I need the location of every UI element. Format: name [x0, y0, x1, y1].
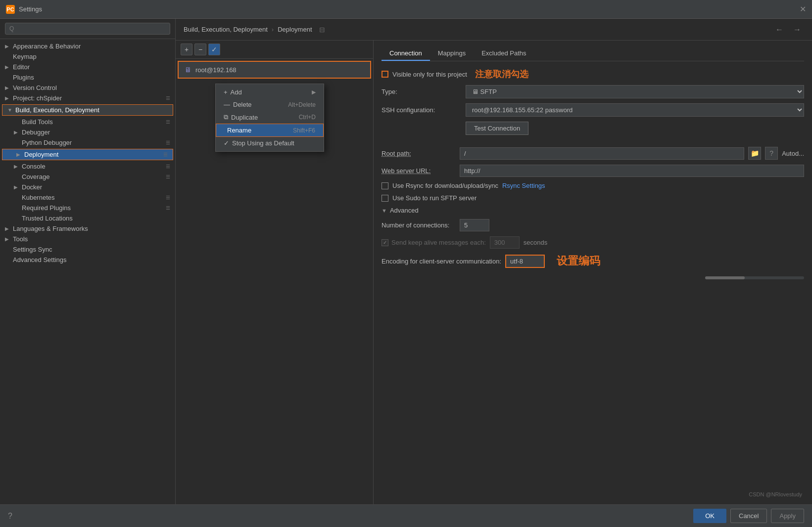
expand-arrow: ▶ [5, 64, 11, 70]
sidebar-item-trusted-locations[interactable]: Trusted Locations [0, 213, 175, 223]
main-content: ▶ Appearance & Behavior Keymap ▶ Editor … [0, 19, 812, 504]
expand-arrow: ▶ [14, 164, 20, 169]
shortcut-label: Ctrl+D [299, 114, 316, 121]
sidebar-item-deployment[interactable]: ▶ Deployment ☰ [2, 149, 173, 160]
expand-arrow: ▶ [5, 85, 11, 90]
sidebar-item-label: Debugger [22, 129, 170, 136]
submenu-arrow-icon: ▶ [312, 89, 316, 95]
sidebar-item-build-tools[interactable]: Build Tools ☰ [0, 117, 175, 127]
search-input[interactable] [5, 23, 170, 35]
sidebar-item-label: Trusted Locations [22, 215, 170, 222]
sidebar-item-required-plugins[interactable]: Required Plugins ☰ [0, 203, 175, 213]
browse-button[interactable]: 📁 [748, 147, 761, 160]
root-path-input[interactable] [460, 147, 744, 160]
sidebar-item-label: Build, Execution, Deployment [15, 106, 168, 114]
breadcrumb-separator: › [272, 26, 274, 33]
add-server-button[interactable]: + [181, 44, 192, 55]
scrollbar[interactable] [705, 276, 804, 279]
visible-checkbox[interactable] [382, 71, 388, 78]
breadcrumb-child: Deployment [278, 26, 312, 33]
web-url-label: Web server URL: [382, 167, 456, 175]
rsync-checkbox[interactable] [382, 182, 388, 189]
type-row: Type: 🖥 SFTP [382, 85, 804, 98]
test-connection-button[interactable]: Test Connection [466, 122, 528, 135]
menu-item-duplicate[interactable]: ⧉ Duplicate Ctrl+D [216, 111, 324, 124]
tab-mappings[interactable]: Mappings [430, 46, 474, 61]
sidebar-item-label: Settings Sync [13, 246, 170, 253]
sidebar-item-project[interactable]: ▶ Project: chSpider ☰ [0, 93, 175, 103]
menu-item-delete[interactable]: — Delete Alt+Delete [216, 98, 324, 111]
sidebar-item-version-control[interactable]: ▶ Version Control [0, 83, 175, 93]
sidebar-item-languages[interactable]: ▶ Languages & Frameworks [0, 223, 175, 234]
remove-server-button[interactable]: − [194, 44, 206, 55]
encoding-row: Encoding for client-server communication… [382, 254, 804, 268]
sidebar-item-python-debugger[interactable]: Python Debugger ☰ [0, 137, 175, 148]
expand-arrow: ▶ [5, 236, 11, 242]
keepalive-checkbox[interactable]: ✓ [382, 239, 388, 246]
deployment-toolbar: + − ✓ [176, 41, 373, 59]
cancel-button[interactable]: Cancel [730, 509, 767, 523]
advanced-section-header[interactable]: ▼ Advanced [382, 207, 804, 214]
title-bar-left: PC Settings [6, 5, 42, 14]
shortcut-label: Shift+F6 [293, 127, 315, 134]
connections-input[interactable] [460, 219, 489, 231]
sidebar-item-console[interactable]: ▶ Console ☰ [0, 161, 175, 172]
menu-item-add[interactable]: + Add ▶ [216, 86, 324, 98]
sidebar-item-docker[interactable]: ▶ Docker [0, 182, 175, 192]
sidebar-item-label: Version Control [13, 84, 170, 91]
sidebar-item-kubernetes[interactable]: Kubernetes ☰ [0, 192, 175, 203]
tab-connection[interactable]: Connection [382, 46, 430, 61]
help-icon[interactable]: ? [8, 512, 12, 521]
test-connection-wrapper: Test Connection [466, 122, 804, 141]
repo-badge: ☰ [166, 95, 170, 101]
sidebar-item-plugins[interactable]: Plugins [0, 72, 175, 83]
apply-button[interactable]: Apply [771, 509, 804, 523]
encoding-input[interactable] [505, 255, 545, 268]
menu-item-rename[interactable]: Rename Shift+F6 [216, 124, 324, 137]
badge: ☰ [166, 164, 170, 169]
type-select[interactable]: 🖥 SFTP [466, 85, 804, 98]
sidebar-item-coverage[interactable]: Coverage ☰ [0, 172, 175, 182]
tab-excluded[interactable]: Excluded Paths [474, 46, 534, 61]
sidebar-item-label: Plugins [13, 74, 170, 81]
rsync-checkbox-row: Use Rsync for download/upload/sync Rsync… [382, 182, 804, 189]
sidebar-item-build-exec[interactable]: ▼ Build, Execution, Deployment [2, 105, 173, 115]
connections-row: Number of connections: [382, 219, 804, 231]
menu-item-label: Duplicate [231, 114, 258, 121]
badge: ☰ [166, 195, 170, 200]
keepalive-input[interactable] [490, 236, 520, 249]
sidebar-item-settings-sync[interactable]: Settings Sync [0, 244, 175, 255]
menu-item-stop-default[interactable]: ✓ Stop Using as Default [216, 137, 324, 149]
server-item[interactable]: 🖥 root@192.168 [178, 61, 371, 79]
web-url-input[interactable] [460, 165, 804, 177]
autodetect-button[interactable]: Autod... [782, 150, 804, 157]
shortcut-label: Alt+Delete [288, 101, 316, 108]
menu-item-label: Add [231, 88, 242, 96]
ssh-select[interactable]: root@192.168.155.65:22 password [466, 103, 804, 117]
context-menu: + Add ▶ — Delete Alt+Delete [215, 84, 324, 152]
sidebar-item-keymap[interactable]: Keymap [0, 51, 175, 62]
forward-button[interactable]: → [790, 24, 804, 35]
sidebar-item-advanced-settings[interactable]: Advanced Settings [0, 255, 175, 265]
encoding-annotation: 设置编码 [557, 254, 600, 268]
rsync-settings-link[interactable]: Rsync Settings [502, 182, 545, 189]
delete-icon: — [224, 101, 230, 108]
sidebar-item-appearance[interactable]: ▶ Appearance & Behavior [0, 41, 175, 51]
check-server-button[interactable]: ✓ [208, 44, 220, 55]
sidebar-item-tools[interactable]: ▶ Tools [0, 234, 175, 244]
sidebar-item-label: Coverage [22, 173, 164, 180]
sidebar-item-editor[interactable]: ▶ Editor [0, 62, 175, 72]
back-button[interactable]: ← [772, 24, 786, 35]
deployment-config: Connection Mappings Excluded Paths Visib… [374, 41, 812, 504]
close-button[interactable]: ✕ [800, 4, 806, 14]
type-label: Type: [382, 88, 461, 95]
sidebar-item-label: Docker [22, 183, 170, 191]
server-name: root@192.168 [195, 66, 237, 74]
sidebar-item-debugger[interactable]: ▶ Debugger [0, 127, 175, 137]
menu-item-label: Stop Using as Default [232, 139, 294, 147]
sudo-checkbox[interactable] [382, 195, 388, 202]
root-path-label: Root path: [382, 150, 456, 157]
help-button[interactable]: ? [765, 147, 778, 160]
ok-button[interactable]: OK [693, 509, 726, 523]
expand-arrow: ▶ [16, 152, 22, 157]
